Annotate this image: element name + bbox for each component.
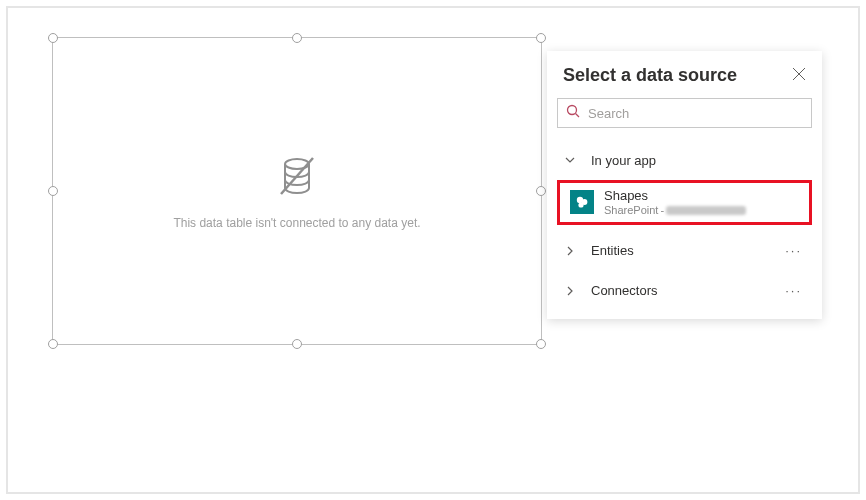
data-table-control[interactable]: This data table isn't connected to any d… <box>52 37 542 345</box>
sharepoint-icon <box>570 190 594 214</box>
resize-handle-tr[interactable] <box>536 33 546 43</box>
section-entities[interactable]: Entities ··· <box>547 231 822 271</box>
flyout-title: Select a data source <box>563 65 737 86</box>
database-disconnected-icon <box>273 152 321 204</box>
resize-handle-bc[interactable] <box>292 339 302 349</box>
resize-handle-bl[interactable] <box>48 339 58 349</box>
search-icon <box>566 104 580 122</box>
chevron-right-icon <box>563 285 577 297</box>
svg-line-5 <box>576 114 580 118</box>
close-button[interactable] <box>792 67 806 84</box>
datasource-item-shapes[interactable]: Shapes SharePoint - <box>557 180 812 225</box>
chevron-right-icon <box>563 245 577 257</box>
section-in-your-app[interactable]: In your app <box>547 140 822 180</box>
section-label: Connectors <box>591 283 771 298</box>
resize-handle-mr[interactable] <box>536 186 546 196</box>
section-label: Entities <box>591 243 771 258</box>
resize-handle-br[interactable] <box>536 339 546 349</box>
section-label: In your app <box>591 153 806 168</box>
chevron-down-icon <box>563 154 577 166</box>
empty-state-message: This data table isn't connected to any d… <box>173 216 420 230</box>
search-box[interactable] <box>557 98 812 128</box>
data-source-flyout: Select a data source <box>547 51 822 319</box>
more-icon[interactable]: ··· <box>785 243 806 258</box>
datasource-subtitle: SharePoint - <box>604 204 799 217</box>
svg-point-8 <box>578 203 583 208</box>
search-input[interactable] <box>588 106 803 121</box>
more-icon[interactable]: ··· <box>785 283 806 298</box>
svg-point-4 <box>568 106 577 115</box>
resize-handle-ml[interactable] <box>48 186 58 196</box>
canvas: This data table isn't connected to any d… <box>22 22 844 478</box>
empty-state: This data table isn't connected to any d… <box>53 38 541 344</box>
app-frame: This data table isn't connected to any d… <box>6 6 860 494</box>
datasource-name: Shapes <box>604 188 799 204</box>
resize-handle-tc[interactable] <box>292 33 302 43</box>
redacted-account <box>666 206 746 215</box>
section-connectors[interactable]: Connectors ··· <box>547 271 822 311</box>
resize-handle-tl[interactable] <box>48 33 58 43</box>
